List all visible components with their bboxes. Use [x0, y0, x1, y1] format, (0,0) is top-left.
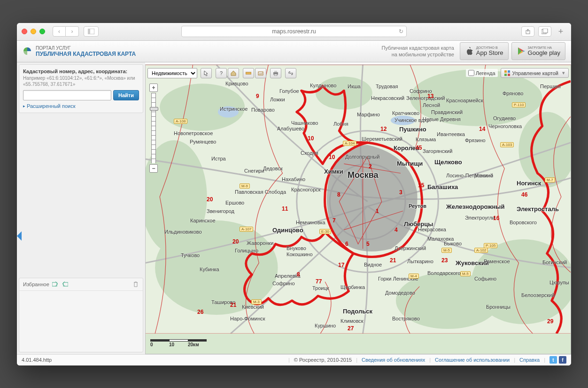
info-tool-button[interactable]: ?: [216, 68, 227, 78]
map-area[interactable]: Недвижимость ? m²: [145, 64, 571, 354]
legend-checkbox[interactable]: Легенда: [466, 69, 498, 77]
measure-area-button[interactable]: m²: [255, 68, 266, 78]
map-town-label: Богинский: [542, 259, 567, 265]
map-town-label: Красногорск: [291, 187, 321, 192]
sidebar-icon: [88, 29, 94, 34]
search-hint: Например «61:6:10104:12», «61:6:*», «Мос…: [23, 75, 139, 87]
map-district-number: 29: [547, 318, 553, 325]
map-road-label: М-9: [240, 183, 250, 189]
print-button[interactable]: [270, 68, 281, 78]
export-icon[interactable]: [62, 281, 68, 288]
terms-link[interactable]: Соглашение об использовании: [435, 357, 510, 363]
window-zoom-button[interactable]: [39, 29, 45, 34]
twitter-icon[interactable]: t: [549, 356, 557, 364]
map-town-label: Поварово: [251, 107, 275, 113]
map-road-label: Р-105: [484, 243, 497, 248]
map-town-label: Ильдиновиково: [164, 229, 202, 235]
zoom-out-button[interactable]: −: [149, 164, 158, 173]
search-label: Кадастровый номер, адрес, координата:: [23, 68, 139, 74]
back-button[interactable]: ‹: [53, 26, 66, 37]
share-button[interactable]: [521, 26, 534, 37]
appstore-button[interactable]: Доступно вApp Store: [460, 42, 509, 60]
link-icon: [288, 70, 294, 76]
forward-button[interactable]: ›: [66, 26, 79, 37]
tabs-button[interactable]: [538, 26, 551, 37]
measure-length-button[interactable]: [243, 68, 254, 78]
ruler-icon: [246, 70, 251, 76]
sidebar-collapse-handle[interactable]: [17, 231, 22, 241]
zoom-handle[interactable]: [150, 107, 158, 111]
mobile-promo-text: Публичная кадастровая карта на мобильном…: [382, 45, 454, 58]
search-input[interactable]: [23, 90, 111, 100]
window-minimize-button[interactable]: [31, 29, 36, 34]
map-town-label: Огудиево: [493, 115, 516, 121]
map-town-label: Тучково: [181, 252, 200, 258]
map-district-number: 6: [345, 241, 348, 247]
map-town-label: Черноголовка: [488, 123, 522, 129]
map-city-label: Мытищи: [397, 160, 423, 167]
map-district-number: 4: [395, 227, 398, 233]
layers-icon: [504, 70, 510, 76]
svg-rect-13: [504, 70, 507, 73]
map-district-number: 23: [441, 257, 448, 264]
map-city-label: Ногинск: [517, 180, 541, 187]
map-district-number: 3: [399, 189, 402, 196]
map-town-label: Долгопрудный: [345, 154, 379, 160]
map-town-label: Икша: [348, 84, 361, 89]
plan-tool-button[interactable]: [228, 68, 239, 78]
map-town-label: Бронницы: [486, 304, 511, 310]
url-bar[interactable]: maps.rosreestr.ru: [181, 26, 407, 37]
pointer-tool-button[interactable]: [201, 68, 212, 78]
map-town-label: Володарского: [427, 270, 461, 276]
logo-icon: [23, 46, 32, 56]
share-icon: [525, 29, 531, 34]
sidebar-toggle-button[interactable]: [84, 26, 99, 37]
map-town-label: Кулдыново: [310, 83, 336, 88]
map-district-number: 17: [338, 262, 344, 268]
advanced-search-link[interactable]: Расширенный поиск: [23, 103, 139, 109]
updates-link[interactable]: Сведения об обновлениях: [362, 357, 425, 363]
map-district-number: 5: [366, 241, 370, 247]
window-close-button[interactable]: [22, 29, 27, 34]
map-town-label: Красноармейск: [446, 98, 483, 103]
map-town-label: Востряково: [392, 316, 420, 321]
map-town-label: Голицыно: [235, 248, 258, 253]
trash-icon[interactable]: [132, 281, 139, 288]
layer-select[interactable]: Недвижимость: [147, 68, 197, 78]
link-button[interactable]: [285, 68, 296, 78]
map-road-label: А-102: [474, 248, 488, 253]
zoom-slider[interactable]: [151, 93, 156, 163]
portal-title[interactable]: ПУБЛИЧНАЯ КАДАСТРОВАЯ КАРТА: [36, 51, 136, 57]
version-label: 4.01.484.http: [22, 357, 52, 363]
map-town-label: Правдинский: [431, 109, 463, 115]
import-icon[interactable]: [52, 281, 59, 288]
map-district-number: 11: [282, 205, 288, 212]
help-link[interactable]: Справка: [519, 357, 540, 363]
map-toolbar: Недвижимость ? m²: [147, 67, 569, 80]
map-town-label: Воровского: [510, 220, 537, 225]
map-road-label: М-3: [251, 299, 262, 304]
map-town-label: Кокошкино: [286, 251, 313, 257]
search-panel: Кадастровый номер, адрес, координата: На…: [19, 64, 143, 113]
search-button[interactable]: Найти: [113, 90, 139, 100]
house-icon: [231, 70, 236, 76]
googleplay-icon: [517, 46, 525, 56]
map-town-label: Жаворонки: [247, 240, 274, 246]
map-city-label: Одинцово: [272, 227, 303, 234]
zoom-in-button[interactable]: +: [149, 84, 158, 92]
map-road-label: Е-30: [319, 229, 331, 234]
map-town-label: Каринское: [190, 218, 216, 223]
map-control-dropdown[interactable]: Управление картой: [501, 68, 569, 78]
map-district-number: 45: [416, 145, 422, 151]
printer-icon: [273, 70, 279, 76]
map-city-label: Пушкино: [399, 126, 426, 133]
svg-rect-11: [274, 71, 277, 72]
map-town-label: Дзержинский: [395, 245, 426, 251]
browser-chrome: ‹ › maps.rosreestr.ru +: [17, 23, 571, 41]
facebook-icon[interactable]: f: [559, 356, 566, 364]
map-town-label: Новопетровское: [174, 130, 213, 136]
map-town-label: Внуково: [286, 245, 306, 251]
map-town-label: Голубое: [279, 88, 299, 94]
new-tab-button[interactable]: +: [555, 26, 566, 37]
googleplay-button[interactable]: ЗАГРУЗИТЕ НАGoogle play: [511, 42, 565, 60]
